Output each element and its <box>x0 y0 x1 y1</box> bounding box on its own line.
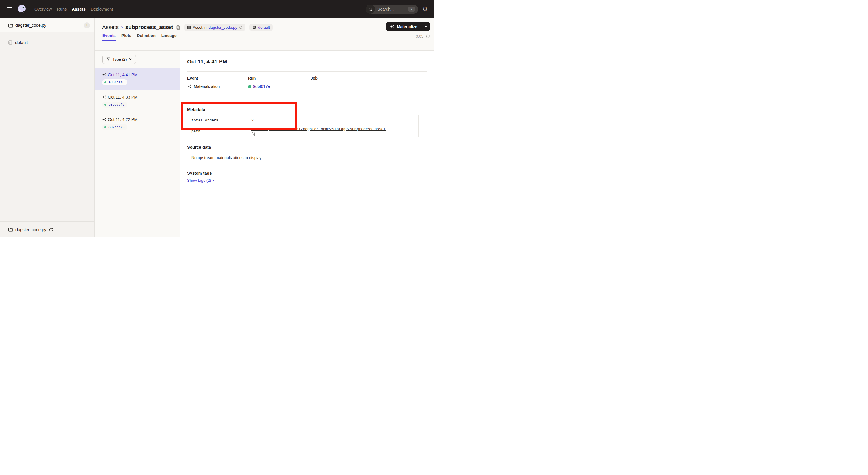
event-list-panel: Type (2) Oct 11, 4:41 PM 9dbf617e <box>95 51 180 237</box>
materialization-sparkle-icon <box>102 95 106 99</box>
event-timestamp: Oct 11, 4:22 PM <box>108 117 138 122</box>
refresh-icon[interactable] <box>426 34 430 38</box>
event-list-item[interactable]: Oct 11, 4:22 PM 637aed75 <box>95 113 180 135</box>
metadata-actions-cell <box>419 126 427 137</box>
metadata-path-link[interactable]: /Users/yuhan/dev/local/dagster_home/stor… <box>251 127 386 131</box>
breadcrumb: Assets › subprocess_asset Asset in dagst… <box>102 19 434 31</box>
navbar-right: Search... / ⚙ <box>366 5 428 14</box>
folder-icon <box>8 228 13 232</box>
grid-icon <box>252 26 256 29</box>
metadata-key: total_orders <box>187 115 247 126</box>
event-list-item[interactable]: Oct 11, 4:33 PM 359cdbfc <box>95 90 180 113</box>
chevron-down-icon <box>129 58 132 60</box>
tab-lineage[interactable]: Lineage <box>161 33 177 41</box>
nav-item-runs[interactable]: Runs <box>57 5 67 13</box>
run-status-dot <box>248 85 251 88</box>
materialization-sparkle-icon <box>102 117 106 122</box>
source-data-empty-message: No upstream materializations to display. <box>187 152 427 163</box>
run-id-link[interactable]: 9dbf617e <box>108 81 124 84</box>
run-id-link[interactable]: 359cdbfc <box>108 103 124 107</box>
run-status-dot <box>104 104 106 106</box>
dagster-app: Overview Runs Assets Deployment Search..… <box>0 0 434 237</box>
reload-code-location-icon[interactable] <box>49 228 53 232</box>
primary-nav: Overview Runs Assets Deployment <box>34 5 113 13</box>
type-filter-label: Type (2) <box>113 57 127 61</box>
event-timestamp: Oct 11, 4:41 PM <box>108 72 138 77</box>
job-label: Job <box>311 76 427 81</box>
grid-icon <box>8 40 12 45</box>
nav-item-deployment[interactable]: Deployment <box>91 5 113 13</box>
header-divider <box>95 50 434 51</box>
show-tags-toggle[interactable]: Show tags (2) <box>187 178 215 183</box>
grid-icon <box>187 26 191 29</box>
page-title: subprocess_asset <box>125 24 173 30</box>
asset-count-badge: 1 <box>84 22 90 28</box>
asset-sidebar: dagster_code.py 1 default dagster_code.p… <box>0 19 95 237</box>
metadata-heading: Metadata <box>187 108 427 112</box>
tab-events[interactable]: Events <box>102 33 116 41</box>
copy-path-icon[interactable] <box>251 132 414 136</box>
nav-item-assets[interactable]: Assets <box>72 5 86 13</box>
caret-down-icon <box>424 26 427 28</box>
sparkle-icon <box>390 24 394 29</box>
asset-tabs: Events Plots Definition Lineage 0:05 <box>102 33 434 41</box>
code-location-link[interactable]: dagster_code.py <box>209 25 237 30</box>
show-tags-label: Show tags (2) <box>187 178 211 183</box>
event-filter-row: Type (2) <box>95 51 180 68</box>
caret-down-icon <box>212 179 215 181</box>
settings-gear-icon[interactable]: ⚙ <box>422 6 428 12</box>
job-value: — <box>311 84 315 89</box>
materialize-dropdown-button[interactable] <box>421 24 430 29</box>
event-timestamp: Oct 11, 4:33 PM <box>108 95 138 99</box>
copy-asset-name-icon[interactable] <box>176 25 180 30</box>
event-type-value: Materialization <box>194 84 220 89</box>
refresh-timer: 0:05 <box>416 34 423 38</box>
search-placeholder: Search... <box>377 7 394 11</box>
asset-in-prefix: Asset in <box>193 25 207 30</box>
event-detail-panel: Oct 11, 4:41 PM Event Materialization Ru… <box>180 51 434 237</box>
run-id-pill[interactable]: 637aed75 <box>102 124 127 130</box>
filter-funnel-icon <box>106 57 110 61</box>
run-label: Run <box>248 76 311 81</box>
sidebar-item-label: dagster_code.py <box>16 23 46 28</box>
table-row: path /Users/yuhan/dev/local/dagster_home… <box>187 126 427 137</box>
dagster-logo[interactable] <box>17 4 27 14</box>
code-location-badge[interactable]: Asset in dagster_code.py <box>184 24 246 31</box>
group-link[interactable]: default <box>258 25 270 30</box>
top-navbar: Overview Runs Assets Deployment Search..… <box>0 0 434 19</box>
reload-icon[interactable] <box>239 26 243 29</box>
search-icon <box>366 5 375 14</box>
event-summary-row: Event Materialization Run 9dbf617e <box>187 76 427 89</box>
sidebar-footer-label: dagster_code.py <box>16 228 46 232</box>
tab-plots[interactable]: Plots <box>121 33 131 41</box>
group-badge[interactable]: default <box>249 24 273 31</box>
event-label: Event <box>187 76 248 81</box>
materialize-button[interactable]: Materialize <box>386 24 421 29</box>
sidebar-spacer <box>0 48 94 221</box>
search-input[interactable]: Search... / <box>366 5 418 14</box>
run-id-pill[interactable]: 9dbf617e <box>102 79 127 85</box>
sidebar-item-code-location[interactable]: dagster_code.py 1 <box>0 19 94 32</box>
type-filter-button[interactable]: Type (2) <box>102 55 136 64</box>
metadata-table: total_orders 2 path /Users/yuhan/dev/loc… <box>187 115 427 137</box>
sidebar-footer-code-location[interactable]: dagster_code.py <box>0 221 94 237</box>
run-id-pill[interactable]: 359cdbfc <box>102 102 127 108</box>
materialize-label: Materialize <box>397 24 417 29</box>
run-id-link[interactable]: 637aed75 <box>108 125 124 129</box>
metadata-actions-cell <box>419 115 427 126</box>
metadata-value: 2 <box>247 115 419 126</box>
nav-item-overview[interactable]: Overview <box>34 5 52 13</box>
materialize-split-button: Materialize <box>386 22 430 31</box>
run-status-dot <box>104 81 106 83</box>
menu-icon[interactable] <box>7 7 12 11</box>
tab-definition[interactable]: Definition <box>136 33 156 41</box>
event-list-item[interactable]: Oct 11, 4:41 PM 9dbf617e <box>95 68 180 90</box>
breadcrumb-assets-link[interactable]: Assets <box>102 24 119 30</box>
run-id-link[interactable]: 9dbf617e <box>253 84 270 89</box>
event-detail-title: Oct 11, 4:41 PM <box>187 59 427 65</box>
breadcrumb-separator: › <box>121 24 123 30</box>
search-shortcut-badge: / <box>408 7 415 12</box>
dagster-logo-icon <box>17 4 27 14</box>
sidebar-item-default-group[interactable]: default <box>0 37 94 48</box>
asset-main: Assets › subprocess_asset Asset in dagst… <box>95 19 434 237</box>
